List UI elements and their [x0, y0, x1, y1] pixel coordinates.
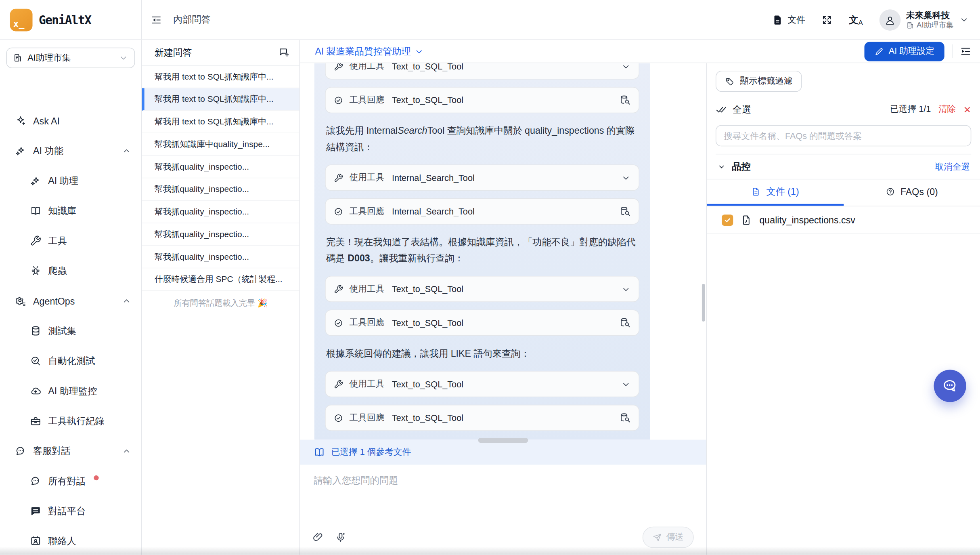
org-subtitle-label: AI助理市集: [917, 20, 954, 29]
resize-handle[interactable]: [478, 438, 528, 443]
file-row[interactable]: quality_inspections.csv: [707, 206, 980, 234]
tool-response-card[interactable]: 工具回應 Text_to_SQL_Tool: [325, 405, 639, 431]
sidebar-item-crawler[interactable]: 爬蟲: [0, 256, 141, 286]
database-search-icon[interactable]: [620, 317, 631, 328]
sidebar-item-ai-assistant[interactable]: AI 助理: [0, 166, 141, 196]
chat-list-item[interactable]: 幫我抓知識庫中quality_inspe...: [142, 133, 299, 156]
sidebar-item-ai-assistant-monitor[interactable]: AI 助理監控: [0, 376, 141, 406]
send-icon: [653, 533, 662, 542]
chat-bubble-icon: [30, 475, 41, 487]
wrench-icon: [334, 63, 343, 71]
database-search-icon[interactable]: [620, 206, 631, 217]
file-icon: [751, 187, 760, 196]
voice-input-button[interactable]: [335, 532, 346, 543]
sidebar-item-agentops[interactable]: AgentOps: [0, 286, 141, 316]
chat-column: 使用工具 Text_to_SQL_Tool 工具回應 Text_to_SQL_T…: [300, 63, 706, 555]
tool-use-card[interactable]: 使用工具 Text_to_SQL_Tool: [325, 276, 639, 302]
question-input[interactable]: [300, 465, 706, 486]
chevron-down-icon[interactable]: [717, 162, 726, 171]
sidebar-nav: Ask AI AI 功能 AI 助理 知識庫 工具: [0, 106, 141, 555]
language-button[interactable]: 文A: [849, 15, 863, 24]
app-logo-icon: x_: [10, 8, 33, 31]
tool-use-card[interactable]: 使用工具 Text_to_SQL_Tool: [325, 63, 639, 79]
attach-file-button[interactable]: [312, 532, 324, 543]
close-icon[interactable]: ✕: [963, 105, 971, 114]
reference-files-bar[interactable]: 已選擇 1 個參考文件: [300, 440, 706, 465]
database-search-icon[interactable]: [620, 412, 631, 423]
sidebar-item-ask-ai[interactable]: Ask AI: [0, 106, 141, 136]
sidebar-item-all-chats[interactable]: 所有對話: [0, 466, 141, 496]
account-menu[interactable]: 未來巢科技 AI助理市集: [879, 9, 969, 30]
contact-card-icon: [30, 535, 41, 547]
chevron-down-icon[interactable]: [621, 63, 630, 71]
workspace-select[interactable]: AI助理市集: [6, 48, 135, 68]
clear-selection-button[interactable]: 清除: [938, 104, 956, 115]
chat-list-footer: 所有問答話題載入完畢 🎉: [142, 291, 299, 309]
tool-use-card[interactable]: 使用工具 Text_to_SQL_Tool: [325, 371, 639, 397]
sidebar-item-test-sets[interactable]: 測試集: [0, 316, 141, 346]
tool-use-card[interactable]: 使用工具 Internal_Search_Tool: [325, 164, 639, 191]
sidebar-item-ai-features[interactable]: AI 功能: [0, 136, 141, 166]
composer-bottom: 傳送: [300, 520, 706, 555]
sidebar-item-automated-testing[interactable]: 自動化測試: [0, 346, 141, 376]
bug-icon: [30, 265, 41, 277]
file-checkbox-checked[interactable]: [722, 214, 733, 225]
sidebar-item-knowledge-base[interactable]: 知識庫: [0, 196, 141, 226]
reference-search-input[interactable]: [716, 125, 971, 147]
chevron-down-icon[interactable]: [621, 379, 630, 389]
chat-list-item[interactable]: 幫我抓quality_inspectio...: [142, 246, 299, 269]
chevron-up-icon: [122, 146, 131, 156]
tool-response-card[interactable]: 工具回應 Text_to_SQL_Tool: [325, 309, 639, 336]
show-tag-filter-button[interactable]: 顯示標籤過濾: [716, 71, 802, 92]
message-icon: [30, 505, 41, 517]
collapse-sidebar-button[interactable]: [151, 14, 162, 25]
chat-scrollbar[interactable]: [702, 284, 705, 322]
chevron-up-icon: [122, 446, 131, 456]
chat-list-item[interactable]: 幫我抓quality_inspectio...: [142, 223, 299, 246]
sidebar-item-tool-run-logs[interactable]: 工具執行紀錄: [0, 406, 141, 436]
chat-list-item[interactable]: 幫我抓quality_inspectio...: [142, 156, 299, 179]
composer: 已選擇 1 個參考文件 傳送: [300, 440, 706, 555]
content-header: AI 製造業品質控管助理 AI 助理設定: [300, 40, 980, 63]
documents-button[interactable]: 文件: [772, 14, 805, 25]
tab-faqs[interactable]: FAQs (0): [844, 179, 980, 206]
building-icon: [906, 21, 914, 29]
assistant-title-dropdown[interactable]: AI 製造業品質控管助理: [315, 45, 424, 57]
logo-glyph: x_: [13, 19, 25, 28]
fullscreen-button[interactable]: [821, 14, 833, 25]
chevron-down-icon[interactable]: [621, 284, 630, 294]
sidebar-item-tools[interactable]: 工具: [0, 226, 141, 256]
assistant-text: 根據系統回傳的建議，讓我用 LIKE 語句來查詢：: [326, 345, 638, 362]
support-chat-fab[interactable]: [934, 370, 966, 402]
select-all-label[interactable]: 全選: [733, 103, 751, 115]
new-chat-button[interactable]: [278, 47, 289, 58]
deselect-all-button[interactable]: 取消全選: [935, 161, 970, 172]
database-search-icon[interactable]: [620, 95, 631, 106]
check-circle-icon: [334, 318, 343, 327]
toggle-right-panel-button[interactable]: [960, 46, 971, 57]
chat-list-item-selected[interactable]: 幫我用 text to SQL抓知識庫中...: [142, 88, 299, 111]
app-window: x_ GeniAltX 內部問答 文件 文A 未來巢科技: [0, 0, 980, 555]
tool-response-card[interactable]: 工具回應 Text_to_SQL_Tool: [325, 87, 639, 113]
chat-list-item[interactable]: 幫我抓quality_inspectio...: [142, 178, 299, 201]
tool-response-card[interactable]: 工具回應 Internal_Search_Tool: [325, 198, 639, 225]
tab-files[interactable]: 文件 (1): [707, 179, 843, 206]
chat-list-item[interactable]: 幫我用 text to SQL抓知識庫中...: [142, 66, 299, 88]
sidebar-item-support-chats[interactable]: 客服對話: [0, 436, 141, 466]
reference-panel-top: 顯示標籤過濾 全選 已選擇 1/1 清除 ✕: [707, 63, 980, 154]
chat-list-item[interactable]: 幫我抓quality_inspectio...: [142, 201, 299, 223]
chat-list-item[interactable]: 幫我用 text to SQL抓知識庫中...: [142, 111, 299, 133]
chat-list-panel: 新建問答 幫我用 text to SQL抓知識庫中... 幫我用 text to…: [142, 40, 300, 555]
content-body: 使用工具 Text_to_SQL_Tool 工具回應 Text_to_SQL_T…: [300, 63, 980, 555]
send-button[interactable]: 傳送: [643, 527, 694, 548]
sidebar-item-chat-platforms[interactable]: 對話平台: [0, 496, 141, 526]
chevron-down-icon[interactable]: [621, 173, 630, 182]
org-subtitle: AI助理市集: [906, 20, 954, 29]
book-open-icon: [314, 447, 325, 458]
kb-section-name: 品控: [732, 161, 750, 172]
divider: [952, 44, 953, 58]
new-qa-title: 新建問答: [154, 46, 192, 58]
sidebar-item-contacts[interactable]: 聯絡人: [0, 526, 141, 555]
assistant-settings-button[interactable]: AI 助理設定: [864, 42, 944, 61]
chat-list-item[interactable]: 什麼時候適合用 SPC（統計製程...: [142, 268, 299, 291]
